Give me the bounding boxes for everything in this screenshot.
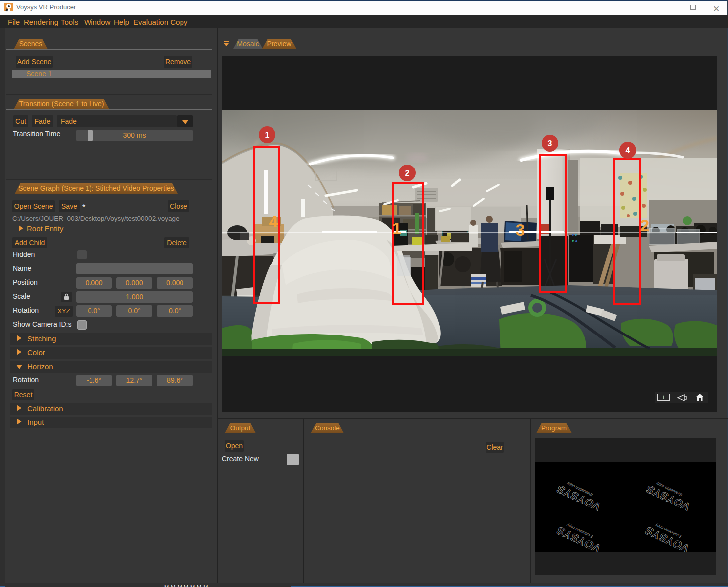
svg-text:2: 2 bbox=[405, 169, 410, 177]
svg-text:4: 4 bbox=[626, 146, 630, 155]
svg-text:3: 3 bbox=[548, 139, 552, 148]
svg-text:1: 1 bbox=[392, 219, 402, 238]
svg-text:4: 4 bbox=[269, 212, 278, 231]
svg-text:3: 3 bbox=[516, 220, 525, 239]
svg-text:2: 2 bbox=[640, 216, 650, 235]
svg-text:1: 1 bbox=[265, 131, 270, 139]
